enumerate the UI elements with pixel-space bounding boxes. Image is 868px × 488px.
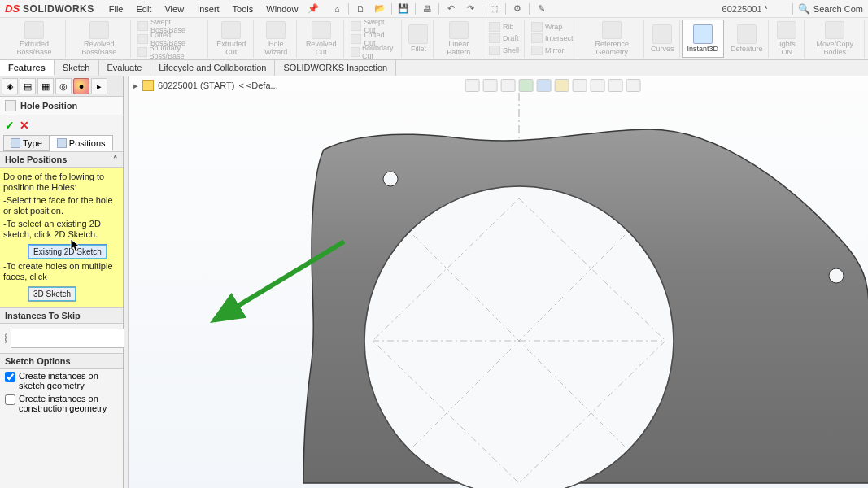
qat-open-icon[interactable]: 📂 xyxy=(372,2,388,16)
hud-view-settings-icon[interactable] xyxy=(626,79,640,92)
hud-apply-scene-icon[interactable] xyxy=(608,79,622,92)
subtab-positions[interactable]: Positions xyxy=(50,135,113,151)
menu-edit[interactable]: Edit xyxy=(129,2,158,16)
chk-sketch-geometry[interactable] xyxy=(5,372,15,382)
menu-bar: DS SOLIDWORKS File Edit View Insert Tool… xyxy=(0,0,868,18)
hud-hide-show-icon[interactable] xyxy=(572,79,587,92)
chk-sketch-geometry-label: Create instances on sketch geometry xyxy=(19,371,118,390)
help-opt1: -Select the face for the hole or slot po… xyxy=(3,195,120,216)
ribbon-ref-geometry[interactable]: Reference Geometry xyxy=(580,20,644,58)
instances-to-skip-input[interactable] xyxy=(11,329,124,348)
ribbon-hole-wizard[interactable]: Hole Wizard xyxy=(255,20,298,58)
target-icon: ◎ xyxy=(59,81,68,92)
hud-zoom-fit-icon[interactable] xyxy=(465,79,479,92)
menu-tools[interactable]: Tools xyxy=(226,2,260,16)
hud-view-orient-icon[interactable] xyxy=(536,79,551,92)
cancel-button[interactable]: ✕ xyxy=(20,119,29,132)
panel-tab-feature-tree[interactable]: ◈ xyxy=(2,78,18,94)
ribbon-shell[interactable]: Shell xyxy=(489,45,519,56)
ribbon-boundary-boss[interactable]: Boundary Boss/Base xyxy=(137,46,202,59)
menu-view[interactable]: View xyxy=(158,2,190,16)
panel-tab-appearances[interactable]: ● xyxy=(73,78,89,94)
help-opt2: -To select an existing 2D sketch, click … xyxy=(3,219,120,240)
qat-new-icon[interactable]: 🗋 xyxy=(352,2,369,16)
qat-home-icon[interactable]: ⌂ xyxy=(329,2,345,16)
chevron-right-icon: ▸ xyxy=(97,81,102,92)
hud-zoom-area-icon[interactable] xyxy=(482,79,497,92)
hud-display-style-icon[interactable] xyxy=(554,79,569,92)
ribbon-defeature[interactable]: Defeature xyxy=(726,20,769,58)
qat-save-icon[interactable]: 💾 xyxy=(395,2,412,16)
ribbon-move-copy[interactable]: Move/Copy Bodies xyxy=(806,20,865,58)
tab-evaluate[interactable]: Evaluate xyxy=(99,60,151,76)
tree-icon: ◈ xyxy=(7,81,13,92)
breadcrumb-doc[interactable]: 60225001 (START) xyxy=(158,81,234,90)
property-icon: ▤ xyxy=(24,81,32,92)
hole-position-icon xyxy=(5,100,16,111)
ribbon-extruded-boss[interactable]: Extruded Boss/Base xyxy=(3,20,66,58)
chk-construction-geometry-row: Create instances on construction geometr… xyxy=(0,392,123,415)
3d-sketch-button[interactable]: 3D Sketch xyxy=(28,286,76,302)
logo-ds-icon: DS xyxy=(5,2,20,15)
ok-button[interactable]: ✓ xyxy=(5,119,15,132)
search-box[interactable]: 🔍 Search Com xyxy=(792,3,863,15)
panel-tab-expand[interactable]: ▸ xyxy=(91,78,107,94)
qat-rebuild-icon[interactable]: ⚙ xyxy=(509,2,526,16)
breadcrumb: ▸ 60225001 (START) < <Defa... xyxy=(133,80,278,91)
hud-edit-appearance-icon[interactable] xyxy=(590,79,604,92)
graphics-viewport[interactable]: ▸ 60225001 (START) < <Defa... xyxy=(129,76,868,488)
subtab-type[interactable]: Type xyxy=(3,135,50,151)
search-label: Search Com xyxy=(813,4,863,14)
pm-title-text: Hole Position xyxy=(20,101,77,111)
section-hole-positions[interactable]: Hole Positions ˄ xyxy=(0,151,123,168)
existing-2d-sketch-button[interactable]: Existing 2D Sketch xyxy=(28,244,107,259)
chk-construction-geometry[interactable] xyxy=(5,394,15,405)
panel-tab-property[interactable]: ▤ xyxy=(20,78,36,94)
collapse-icon: ˄ xyxy=(113,155,118,165)
ribbon-lights-on[interactable]: lights ON xyxy=(770,20,805,58)
qat-undo-icon[interactable]: ↶ xyxy=(443,2,459,16)
svg-point-1 xyxy=(364,186,674,488)
app-logo: DS SOLIDWORKS xyxy=(5,2,94,15)
tab-sketch[interactable]: Sketch xyxy=(55,60,99,76)
qat-redo-icon[interactable]: ↷ xyxy=(462,2,478,16)
hud-prev-view-icon[interactable] xyxy=(500,79,515,92)
ribbon-fillet[interactable]: Fillet xyxy=(403,20,434,58)
instances-to-skip-body xyxy=(0,324,123,353)
ribbon-wrap[interactable]: Wrap xyxy=(531,21,562,33)
tab-inspection[interactable]: SOLIDWORKS Inspection xyxy=(275,60,396,76)
menu-window[interactable]: Window xyxy=(260,2,304,16)
logo-text: SOLIDWORKS xyxy=(23,3,94,15)
ribbon-boundary-cut[interactable]: Boundary Cut xyxy=(351,46,397,59)
ribbon-feat-extras2: Wrap Intersect Mirror xyxy=(526,20,579,58)
ribbon-rib[interactable]: Rib xyxy=(489,21,514,33)
search-icon: 🔍 xyxy=(798,3,810,15)
tab-lifecycle[interactable]: Lifecycle and Collaboration xyxy=(150,60,275,76)
ribbon-mirror[interactable]: Mirror xyxy=(531,45,565,56)
document-title: 60225001 * xyxy=(722,4,768,14)
section-sketch-options[interactable]: Sketch Options xyxy=(0,353,123,369)
qat-print-icon[interactable]: 🖶 xyxy=(419,2,435,16)
panel-tab-dimxpert[interactable]: ◎ xyxy=(55,78,72,94)
pin-icon[interactable]: 📌 xyxy=(308,3,319,14)
ok-cancel-bar: ✓ ✕ xyxy=(0,115,123,135)
qat-select-icon[interactable]: ⬚ xyxy=(486,2,502,16)
ribbon-intersect[interactable]: Intersect xyxy=(531,33,574,44)
ribbon-revolved-cut[interactable]: Revolved Cut xyxy=(299,20,343,58)
ribbon-curves[interactable]: Curves xyxy=(646,20,680,58)
qat-options-icon[interactable]: ✎ xyxy=(533,2,549,16)
ribbon-extruded-cut[interactable]: Extruded Cut xyxy=(210,20,254,58)
ribbon-draft[interactable]: Draft xyxy=(489,33,519,44)
breadcrumb-arrow-icon[interactable]: ▸ xyxy=(133,81,138,91)
hud-section-view-icon[interactable] xyxy=(518,79,533,92)
tab-features[interactable]: Features xyxy=(0,60,55,76)
instances-icon xyxy=(5,333,7,344)
pm-subtabs: Type Positions xyxy=(0,135,123,151)
ribbon-revolved-boss[interactable]: Revolved Boss/Base xyxy=(68,20,131,58)
section-instances-to-skip[interactable]: Instances To Skip xyxy=(0,307,123,324)
menu-file[interactable]: File xyxy=(103,2,130,16)
ribbon-instant3d[interactable]: Instant3D xyxy=(682,20,725,58)
menu-insert[interactable]: Insert xyxy=(190,2,226,16)
ribbon-linear-pattern[interactable]: Linear Pattern xyxy=(435,20,482,58)
panel-tab-config[interactable]: ▦ xyxy=(37,78,54,94)
